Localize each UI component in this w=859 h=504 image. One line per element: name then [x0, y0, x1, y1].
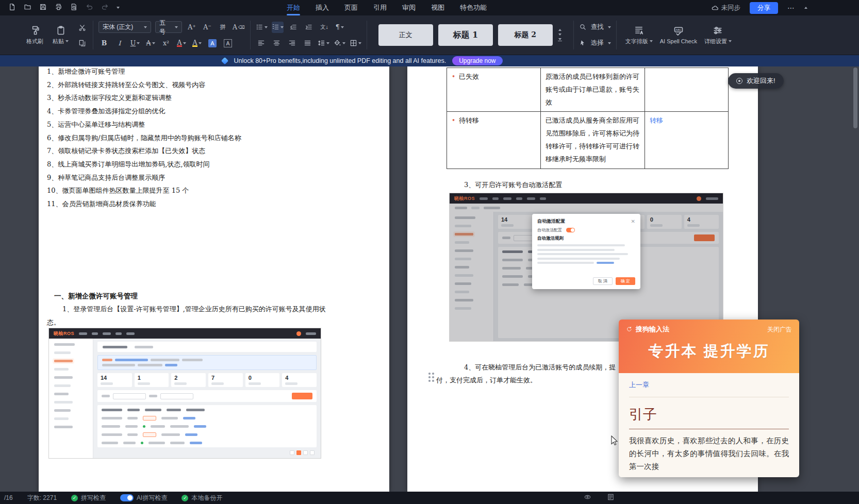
list-item-3[interactable]: 3、可开启许可账号自动激活配置 — [464, 180, 562, 190]
gallery-up-button[interactable] — [558, 29, 561, 31]
tab-review[interactable]: 审阅 — [402, 0, 416, 15]
cut-button[interactable] — [76, 22, 88, 33]
outdent-button[interactable] — [288, 22, 299, 33]
license-status-table[interactable]: 已失效 原激活的成员已转移到新的许可账号或由于订单已退款，账号失效 待转移 已激… — [447, 68, 729, 169]
sync-status[interactable]: 未同步 — [711, 4, 741, 12]
list-item[interactable]: 1、新增企微许可账号管理 — [47, 66, 384, 78]
word-count[interactable]: 字数: 2271 — [27, 494, 57, 502]
vertical-scrollbar[interactable] — [853, 68, 857, 491]
more-commands-icon[interactable] — [117, 7, 120, 9]
highlight-button[interactable]: A — [191, 38, 203, 49]
advanced-settings-button[interactable]: 详细设置 — [701, 20, 735, 51]
page-view-icon[interactable] — [607, 493, 615, 502]
tab-features[interactable]: 特色功能 — [460, 0, 487, 15]
tab-reference[interactable]: 引用 — [373, 0, 387, 15]
desc-cell[interactable]: 已激活成员从服务商全部应用可见范围移除后，许可将标记为待转移许可，待转移许可可进… — [541, 112, 645, 169]
share-button[interactable]: 分享 — [750, 2, 778, 14]
text-layout-button[interactable]: 文字排版 — [622, 20, 656, 51]
style-body-button[interactable]: 正文 — [378, 24, 433, 46]
style-heading1-button[interactable]: 标题 1 — [438, 24, 493, 46]
status-cell[interactable]: 待转移 — [447, 112, 541, 169]
upgrade-now-button[interactable]: Upgrade now — [452, 56, 502, 65]
tab-view[interactable]: 视图 — [431, 0, 444, 15]
action-cell[interactable] — [645, 68, 729, 112]
print-icon[interactable] — [55, 3, 62, 13]
new-file-icon[interactable] — [8, 3, 16, 13]
align-left-button[interactable] — [256, 38, 267, 49]
welcome-back-toast[interactable]: 欢迎回来! — [728, 73, 784, 89]
ad-close-button[interactable]: 关闭广告 — [767, 325, 792, 334]
list-item[interactable]: 8、线上商城买券订单明细导出增加券码,状态,领取时间 — [47, 158, 384, 171]
justify-button[interactable] — [302, 38, 313, 49]
list-item[interactable]: 9、种草笔记商品支持后台调整展示顺序 — [47, 171, 384, 184]
spell-check-status[interactable]: ✓ 拼写检查 — [71, 494, 106, 502]
local-backup-status[interactable]: ✓ 本地备份开 — [181, 494, 222, 502]
release-notes-list[interactable]: 1、新增企微许可账号管理 2、外部跳转链接支持跳转至公众号图文、视频号内容 3、… — [47, 66, 384, 211]
redo-icon[interactable] — [101, 3, 109, 13]
ad-header[interactable]: 搜狗输入法 关闭广告 专升本 提升学历 — [619, 320, 799, 373]
shading-button[interactable] — [334, 38, 345, 49]
font-color-button[interactable]: A — [176, 38, 187, 49]
scrollbar-thumb[interactable] — [853, 68, 857, 128]
tab-home[interactable]: 开始 — [287, 0, 300, 15]
tab-page[interactable]: 页面 — [344, 0, 358, 15]
decrease-font-button[interactable]: A⁻ — [202, 22, 213, 33]
tab-insert[interactable]: 插入 — [316, 0, 329, 15]
select-button[interactable]: 选择 — [579, 37, 611, 49]
character-border-button[interactable]: A — [222, 38, 234, 49]
gallery-down-button[interactable] — [558, 33, 561, 36]
indent-button[interactable] — [303, 22, 315, 33]
more-menu-icon[interactable]: ⋯ — [787, 4, 795, 12]
bold-button[interactable]: B — [98, 38, 110, 49]
eye-protection-icon[interactable] — [584, 493, 591, 502]
list-item[interactable]: 10、微页面单图组件热区数量上限提升至 15 个 — [47, 184, 384, 197]
find-button[interactable]: 查找 — [579, 21, 611, 33]
superscript-button[interactable]: x² — [160, 38, 172, 49]
copy-button[interactable] — [76, 37, 88, 48]
gallery-more-button[interactable] — [558, 38, 562, 42]
borders-button[interactable] — [350, 38, 361, 49]
style-heading2-button[interactable]: 标题 2 — [498, 24, 553, 46]
find-replace-icon[interactable] — [70, 3, 78, 13]
bullet-list-button[interactable] — [256, 22, 268, 33]
ad-headline[interactable]: 专升本 提升学历 — [619, 341, 799, 362]
underline-button[interactable]: U — [129, 38, 141, 49]
ai-spell-toggle-icon[interactable] — [120, 494, 134, 501]
ad-panel[interactable]: 搜狗输入法 关闭广告 专升本 提升学历 上一章 引子 我很喜欢历史，喜欢那些过去… — [619, 320, 799, 477]
undo-icon[interactable] — [86, 3, 93, 13]
align-right-button[interactable] — [287, 38, 298, 49]
italic-button[interactable]: I — [114, 38, 125, 49]
transfer-link[interactable]: 转移 — [650, 116, 663, 124]
strikethrough-button[interactable]: A — [145, 38, 156, 49]
prev-chapter-link[interactable]: 上一章 — [629, 380, 789, 390]
increase-font-button[interactable]: A⁺ — [186, 22, 197, 33]
numbered-list-button[interactable] — [272, 22, 284, 33]
list-item[interactable]: 11、会员营销新增商品材质保养功能 — [47, 197, 384, 211]
open-file-icon[interactable] — [24, 3, 31, 13]
ai-spell-check-button[interactable]: ABC AI Spell Check — [656, 20, 701, 51]
line-spacing-button[interactable] — [318, 38, 329, 49]
section-heading[interactable]: 一、新增企微许可账号管理 — [54, 292, 138, 301]
action-cell[interactable]: 转移 — [645, 112, 729, 169]
section-paragraph[interactable]: 1、登录管理后台【设置-许可账号管理】,管理企业历史所有已购买的许可账号及其使用… — [47, 303, 338, 329]
font-name-select[interactable]: 宋体 (正文) — [98, 21, 151, 33]
align-center-button[interactable] — [271, 38, 283, 49]
desc-cell[interactable]: 原激活的成员已转移到新的许可账号或由于订单已退款，账号失效 — [541, 68, 645, 112]
list-item[interactable]: 7、领取核销记录卡券状态搜索栏添加【已失效】状态 — [47, 144, 384, 158]
ai-spell-check-toggle[interactable]: AI拼写检查 — [120, 494, 167, 502]
list-item[interactable]: 2、外部跳转链接支持跳转至公众号图文、视频号内容 — [47, 78, 384, 92]
list-item[interactable]: 3、秒杀活动数据字段定义更新和逻辑调整 — [47, 91, 384, 105]
paste-button[interactable]: 粘贴 — [49, 20, 72, 51]
document-page-left[interactable]: 1、新增企微许可账号管理 2、外部跳转链接支持跳转至公众号图文、视频号内容 3、… — [39, 66, 389, 492]
collapse-ribbon-icon[interactable] — [804, 7, 807, 9]
status-cell[interactable]: 已失效 — [447, 68, 541, 112]
font-size-select[interactable]: 五号 — [155, 21, 182, 33]
list-item[interactable]: 4、卡券管理券叠加选择指定分组的优化 — [47, 105, 384, 118]
show-marks-button[interactable]: ¶ — [334, 22, 345, 33]
phonetic-guide-button[interactable]: 拼 — [217, 22, 228, 33]
clear-format-button[interactable]: A⌫ — [233, 22, 245, 33]
paragraph-drag-handle[interactable] — [428, 373, 434, 382]
list-item[interactable]: 5、运营中心菜单迁移与结构调整 — [47, 118, 384, 131]
sort-button[interactable]: 文↓ — [319, 22, 330, 33]
save-icon[interactable] — [39, 3, 47, 13]
